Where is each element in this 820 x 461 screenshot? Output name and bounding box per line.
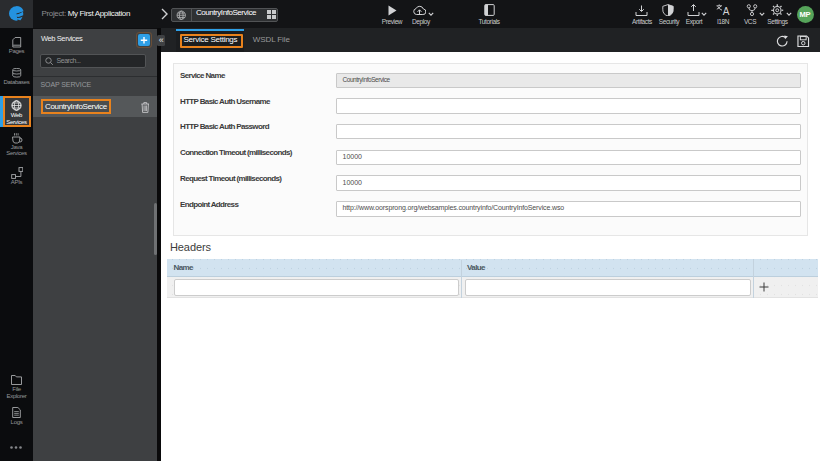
svg-text:A: A [723,6,730,17]
